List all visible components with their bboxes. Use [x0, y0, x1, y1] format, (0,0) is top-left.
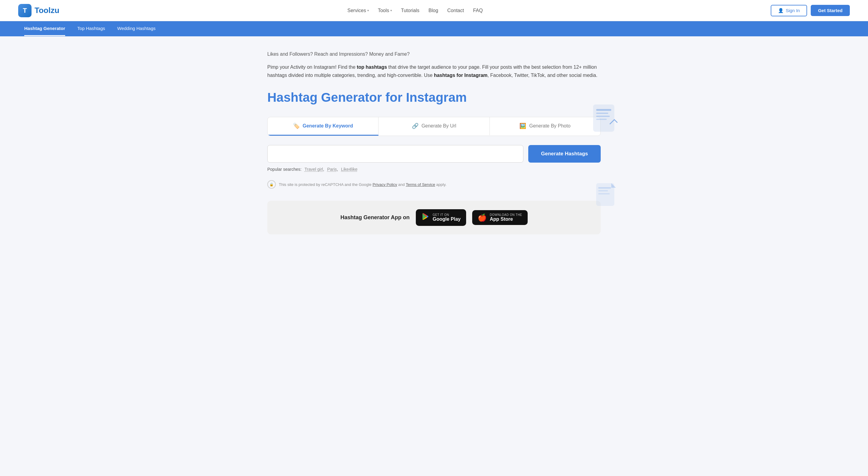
decoration-bottom-right [595, 182, 619, 210]
svg-rect-2 [596, 113, 608, 114]
photo-icon: 🖼️ [520, 123, 526, 129]
search-area: Generate Hashtags [267, 145, 601, 163]
logo-link[interactable]: T Toolzu [18, 4, 59, 17]
logo-text: Toolzu [35, 6, 59, 15]
secondary-nav: Hashtag Generator Top Hashtags Wedding H… [0, 21, 868, 36]
page-heading: Hashtag Generator for Instagram [267, 90, 601, 105]
nav-item-services[interactable]: Services ▾ [347, 8, 369, 13]
app-store-sub-label: Download on the [490, 213, 522, 216]
main-nav: Services ▾ Tools ▾ Tutorials Blog Contac… [347, 8, 483, 13]
app-store-button[interactable]: 🍎 Download on the App Store [472, 210, 528, 225]
svg-rect-4 [596, 119, 607, 120]
app-section-label: Hashtag Generator App on [340, 214, 409, 221]
nav-item-faq[interactable]: FAQ [473, 8, 483, 13]
navbar: T Toolzu Services ▾ Tools ▾ Tutorials Bl… [0, 0, 868, 21]
secondary-nav-top-hashtags[interactable]: Top Hashtags [77, 22, 105, 36]
nav-item-tutorials[interactable]: Tutorials [401, 8, 420, 13]
getstarted-button[interactable]: Get Started [811, 5, 850, 16]
user-icon: 👤 [778, 8, 784, 13]
svg-rect-3 [596, 116, 610, 117]
google-play-icon [421, 212, 430, 223]
terms-of-service-link[interactable]: Terms of Service [406, 182, 435, 187]
app-store-main-label: App Store [490, 216, 522, 222]
popular-search-paris[interactable]: Paris [327, 167, 337, 172]
secondary-nav-wedding-hashtags[interactable]: Wedding Hashtags [117, 22, 155, 36]
decoration-top-right [592, 103, 619, 137]
popular-search-travel-girl[interactable]: Travel girl [305, 167, 323, 172]
intro-text: Likes and Followers? Reach and Impressio… [267, 52, 601, 57]
tabs-container: 🏷️ Generate By Keyword 🔗 Generate By Url… [267, 117, 601, 136]
generate-hashtags-button[interactable]: Generate Hashtags [528, 145, 601, 163]
app-store-section: Hashtag Generator App on GET IT ON Googl… [267, 201, 601, 234]
nav-item-blog[interactable]: Blog [429, 8, 438, 13]
privacy-policy-link[interactable]: Privacy Policy [372, 182, 397, 187]
popular-searches: Popular searches: Travel girl, Paris, Li… [267, 167, 601, 172]
tools-dropdown-arrow: ▾ [390, 9, 392, 12]
tab-generate-keyword[interactable]: 🏷️ Generate By Keyword [268, 117, 378, 136]
main-content: Likes and Followers? Reach and Impressio… [255, 36, 613, 246]
svg-rect-6 [598, 187, 611, 189]
svg-rect-8 [598, 193, 610, 194]
services-dropdown-arrow: ▾ [367, 9, 369, 12]
search-input[interactable] [267, 145, 523, 163]
google-play-button[interactable]: GET IT ON Google Play [416, 209, 466, 226]
popular-search-like4like[interactable]: Like4like [341, 167, 357, 172]
svg-rect-7 [598, 190, 608, 191]
recaptcha-notice: 🔒 This site is protected by reCAPTCHA an… [267, 180, 601, 189]
nav-item-tools[interactable]: Tools ▾ [378, 8, 392, 13]
nav-item-contact[interactable]: Contact [447, 8, 464, 13]
description-text: Pimp your Activity on Instagram! Find th… [267, 63, 601, 79]
secondary-nav-hashtag-generator[interactable]: Hashtag Generator [24, 22, 65, 36]
navbar-actions: 👤 Sign In Get Started [771, 5, 850, 16]
logo-icon: T [18, 4, 32, 17]
signin-button[interactable]: 👤 Sign In [771, 5, 807, 16]
keyword-icon: 🏷️ [293, 123, 300, 129]
apple-icon: 🍎 [478, 213, 487, 222]
svg-rect-1 [596, 109, 611, 111]
google-play-sub-label: GET IT ON [433, 213, 461, 216]
tab-generate-photo[interactable]: 🖼️ Generate By Photo [490, 117, 600, 136]
url-icon: 🔗 [412, 123, 418, 129]
recaptcha-icon: 🔒 [267, 180, 276, 189]
tab-generate-url[interactable]: 🔗 Generate By Url [378, 117, 490, 136]
google-play-main-label: Google Play [433, 216, 461, 222]
svg-rect-0 [593, 104, 614, 132]
